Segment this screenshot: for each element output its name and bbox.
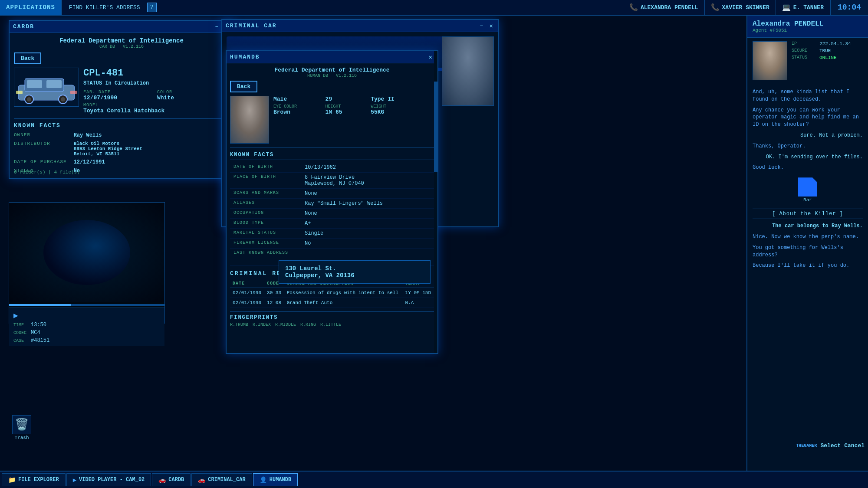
record-desc-1: Possession of drugs with intent to sell [284, 288, 403, 298]
video-player: ▶ TIME 13:50 CODEC MC4 CASE #48151 [9, 202, 165, 324]
address-ask: You got something for Wells's address? [753, 244, 863, 259]
file-explorer-label: File Explorer [18, 477, 59, 483]
ip-key: IP [792, 41, 818, 46]
bottom-taskbar: 📁 File Explorer ▶ Video Player - CAM_02 … [0, 471, 868, 488]
facts-grid: Owner Ray Wells Distributor Black Oil Mo… [14, 132, 229, 174]
trash-icon[interactable]: 🗑️ Trash [12, 415, 31, 440]
cardb-taskbar-icon: 🚗 [158, 476, 166, 484]
weight-label: Weight [371, 104, 434, 109]
contact-2-name: Xavier Skinner [722, 4, 769, 11]
taskbar-video-player[interactable]: ▶ Video Player - CAM_02 [66, 473, 151, 486]
criminal-close[interactable]: ✕ [488, 22, 495, 29]
taskbar-file-explorer[interactable]: 📁 File Explorer [2, 473, 66, 486]
record-term-2: N.A [403, 298, 434, 308]
fp-thumb: R.THUMB [230, 322, 248, 327]
secure-val: TRUE [819, 48, 851, 53]
contact-3[interactable]: 💻 E. Tanner [776, 0, 830, 15]
video-player-label: Video Player - CAM_02 [79, 477, 145, 483]
contact-2[interactable]: 📞 Xavier Skinner [704, 0, 776, 15]
chat-msg-4: Thanks, Operator. [753, 143, 863, 150]
right-panel: Alexandra PENDELL Agent #F5051 IP 222.54… [746, 16, 868, 471]
height-label: Height [326, 104, 362, 109]
humandb-close[interactable]: ✕ [427, 53, 434, 61]
address-line2: Culpepper, VA 20136 [285, 272, 424, 279]
app-label[interactable]: Applications [0, 0, 62, 15]
agent-name: Alexandra PENDELL [753, 20, 863, 28]
height-val: 1M 65 [326, 109, 362, 115]
car-plate: CPL-481 [83, 68, 229, 79]
criminal-title: Criminal_Car [226, 23, 277, 29]
humandb-dept: Federal Department of Intelligence [230, 67, 434, 73]
nice-msg: Nice. Now we know the perp's name. [753, 233, 863, 241]
fingerprint-cols: R.THUMB R.INDEX R.MIDDLE R.RING R.LITTLE [230, 322, 434, 327]
model-label: MODEL [83, 103, 229, 108]
cardb-minimize[interactable]: – [213, 23, 220, 30]
marital-key: Marital Status [230, 230, 304, 236]
scars-row: Scars and Marks None [230, 189, 434, 199]
svg-rect-3 [46, 80, 62, 88]
play-button[interactable]: ▶ [13, 311, 26, 320]
humandb-content: Federal Department of Intelligence HUMAN… [227, 63, 437, 353]
scrollbar-thumb [434, 82, 437, 172]
occupation-val: None [305, 210, 434, 216]
codec-label: CODEC [13, 331, 26, 335]
agent-photo-area: IP 222.54.1.34 SECURE TRUE STATUS ONLINE [747, 38, 868, 84]
case-label: CASE [13, 338, 26, 343]
car-fields: FAB. DATE 12/07/1990 COLOR White MODEL T… [83, 90, 229, 114]
col-date: Date [230, 279, 264, 288]
cardb-title: CardB [13, 23, 34, 30]
video-screen [9, 203, 164, 302]
color-value: White [157, 95, 229, 101]
humandb-minimize[interactable]: – [417, 53, 424, 61]
cancel-button[interactable]: Cancel [844, 442, 865, 449]
aliases-key: Aliases [230, 200, 304, 206]
taskbar-humandb[interactable]: 👤 HumanDB [253, 473, 298, 486]
find-killer-menu[interactable]: Find Killer's Address [62, 0, 147, 15]
progress-bar[interactable] [9, 304, 164, 306]
pob-row: Place of Birth 8 Fairview Drive Maplewoo… [230, 173, 434, 189]
folder-info: 0 folder(s) | 4 file(s) [14, 170, 80, 175]
help-button[interactable]: ? [147, 3, 157, 12]
humandb-sub: HUMAN_DB v1.2.116 [230, 73, 434, 78]
cardb-window: CardB – ✕ Federal Department of Intellig… [9, 20, 234, 179]
table-row: 02/01/1990 12-08 Grand Theft Auto N.A [230, 298, 434, 308]
marital-row: Marital Status Single [230, 229, 434, 239]
humandb-header: Federal Department of Intelligence HUMAN… [230, 67, 434, 78]
human-photo [230, 96, 269, 144]
agent-photo [753, 41, 787, 80]
taskbar-criminal-car[interactable]: 🚗 Criminal_Car [191, 473, 252, 486]
progress-fill [9, 304, 71, 306]
age-val: 29 [326, 96, 362, 102]
video-player-icon: ▶ [73, 476, 76, 484]
file-icon[interactable]: Bar [798, 177, 817, 203]
owner-val: Ray Wells [74, 132, 229, 138]
svg-point-7 [61, 97, 65, 102]
chat-msg-5: OK. I'm sending over the files. [753, 154, 863, 161]
select-button[interactable]: Select [820, 442, 841, 449]
known-facts-section: Known Facts Owner Ray Wells Distributor … [14, 118, 229, 174]
taskbar-cardb[interactable]: 🚗 CardB [152, 473, 191, 486]
eye-label: Eye Color [273, 104, 317, 109]
fingerprints-section: Fingerprints R.THUMB R.INDEX R.MIDDLE R.… [230, 311, 434, 327]
thegamer-logo: THEGAMER [796, 443, 817, 448]
top-taskbar: Applications Find Killer's Address ? 📞 A… [0, 0, 868, 16]
blood-key: Blood Type [230, 220, 304, 226]
contact-1[interactable]: 📞 Alexandra Pendell [623, 0, 704, 15]
scrollbar[interactable] [434, 63, 437, 353]
gender-val: Male [273, 96, 317, 102]
criminal-minimize[interactable]: – [478, 22, 485, 29]
status-val: ONLINE [819, 55, 851, 60]
agent-header: Alexandra PENDELL Agent #F5051 [747, 16, 868, 38]
status-row: STATUS ONLINE [792, 55, 851, 60]
fp-middle: R.MIDDLE [275, 322, 296, 327]
car-status: STATUS In Circulation [83, 80, 229, 86]
humandb-taskbar-icon: 👤 [260, 476, 267, 484]
dob-key: Date of Birth [230, 164, 304, 170]
car-image [14, 68, 79, 107]
pob-val: 8 Fairview Drive Maplewood, NJ 07040 [305, 174, 434, 187]
cardb-back-button[interactable]: Back [14, 52, 41, 64]
table-row: 02/01/1990 30-33 Possession of drugs wit… [230, 288, 434, 298]
contact-3-name: E. Tanner [793, 4, 824, 11]
monitor-icon: 💻 [782, 3, 791, 12]
humandb-back-button[interactable]: Back [230, 81, 257, 92]
